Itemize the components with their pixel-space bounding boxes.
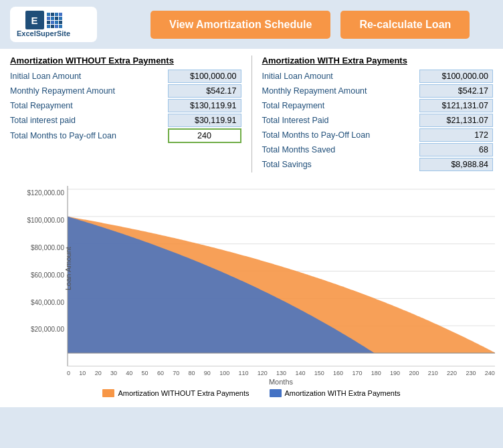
- x-tick-80: 80: [189, 370, 195, 376]
- with-initial-label: Initial Loan Amount: [262, 72, 420, 81]
- without-monthly-row: Monthly Repayment Amount $542.17: [10, 84, 241, 98]
- y-tick-6: $120,000.00: [27, 189, 64, 197]
- with-total-repayment-value: $121,131.07: [419, 99, 493, 112]
- x-tick-10: 10: [79, 370, 86, 376]
- without-monthly-label: Monthly Repayment Amount: [10, 86, 168, 96]
- with-total-repayment-label: Total Repayment: [262, 101, 420, 110]
- x-tick-100: 100: [219, 370, 229, 376]
- tables-row: Amortization WITHOUT Extra Payments Init…: [10, 55, 493, 173]
- with-interest-row: Total Interest Paid $21,131.07: [262, 114, 494, 127]
- without-extra-table: Amortization WITHOUT Extra Payments Init…: [10, 55, 241, 173]
- chart-legend: Amortization WITHOUT Extra Payments Amor…: [13, 389, 490, 397]
- x-tick-190: 190: [390, 370, 400, 376]
- without-total-repayment-row: Total Repayment $130,119.91: [10, 99, 241, 112]
- legend-orange: Amortization WITHOUT Extra Payments: [102, 389, 249, 397]
- y-axis: $120,000.00 $100,000.00 $80,000.00 $60,0…: [13, 186, 67, 366]
- without-initial-label: Initial Loan Amount: [10, 72, 168, 81]
- with-extra-title: Amortization WITH Extra Payments: [262, 55, 494, 66]
- without-monthly-value: $542.17: [168, 84, 241, 98]
- with-initial-row: Initial Loan Amount $100,000.00: [262, 70, 494, 83]
- x-tick-60: 60: [157, 370, 164, 376]
- without-extra-title: Amortization WITHOUT Extra Payments: [10, 55, 241, 66]
- y-tick-4: $80,000.00: [31, 244, 64, 251]
- x-tick-90: 90: [204, 370, 211, 376]
- without-months-label: Total Months to Pay-off Loan: [10, 131, 168, 140]
- with-initial-value: $100,000.00: [419, 70, 493, 83]
- with-total-repayment-row: Total Repayment $121,131.07: [262, 99, 494, 112]
- y-tick-1: $20,000.00: [31, 326, 64, 333]
- with-months-payoff-value: 172: [419, 128, 493, 142]
- x-tick-130: 130: [276, 370, 286, 376]
- with-months-payoff-label: Total Months to Pay-Off Loan: [262, 130, 420, 140]
- x-tick-200: 200: [409, 370, 419, 376]
- with-savings-row: Total Savings $8,988.84: [262, 158, 494, 171]
- without-interest-row: Total interest paid $30,119.91: [10, 114, 241, 127]
- with-interest-label: Total Interest Paid: [262, 116, 420, 125]
- legend-blue-color: [270, 389, 282, 397]
- x-tick-180: 180: [371, 370, 381, 376]
- with-monthly-label: Monthly Repayment Amount: [262, 86, 420, 96]
- logo-pixels: [47, 13, 62, 28]
- y-tick-5: $100,000.00: [27, 217, 64, 224]
- view-amortization-button[interactable]: View Amortization Schedule: [150, 11, 330, 39]
- x-axis-label: Months: [67, 378, 495, 386]
- with-extra-table: Amortization WITH Extra Payments Initial…: [262, 55, 494, 173]
- x-tick-240: 240: [485, 370, 495, 376]
- x-tick-230: 230: [466, 370, 476, 376]
- with-months-saved-value: 68: [419, 143, 493, 156]
- y-axis-label: Loan Amount: [64, 247, 72, 290]
- logo-letter: E: [25, 11, 44, 29]
- x-tick-70: 70: [173, 370, 179, 376]
- chart-svg: [67, 186, 495, 366]
- legend-orange-label: Amortization WITHOUT Extra Payments: [118, 389, 249, 397]
- without-total-repayment-label: Total Repayment: [10, 101, 168, 110]
- x-tick-0: 0: [67, 370, 70, 376]
- without-total-repayment-value: $130,119.91: [168, 99, 241, 112]
- x-tick-50: 50: [142, 370, 148, 376]
- x-tick-210: 210: [428, 370, 438, 376]
- x-tick-140: 140: [295, 370, 305, 376]
- y-tick-2: $40,000.00: [31, 299, 64, 306]
- content: Amortization WITHOUT Extra Payments Init…: [0, 49, 503, 407]
- legend-blue-label: Amortization WITH Extra Payments: [285, 389, 401, 397]
- with-interest-value: $21,131.07: [419, 114, 493, 127]
- without-interest-value: $30,119.91: [168, 114, 241, 127]
- y-tick-3: $60,000.00: [31, 271, 64, 279]
- with-savings-label: Total Savings: [262, 160, 420, 169]
- legend-blue: Amortization WITH Extra Payments: [270, 389, 401, 397]
- header: E ExcelSuperSite View Amortization Sched…: [0, 0, 503, 49]
- without-interest-label: Total interest paid: [10, 116, 168, 125]
- with-savings-value: $8,988.84: [419, 158, 493, 171]
- chart-wrapper: $120,000.00 $100,000.00 $80,000.00 $60,0…: [13, 186, 490, 386]
- without-initial-row: Initial Loan Amount $100,000.00: [10, 70, 241, 83]
- x-tick-120: 120: [258, 370, 268, 376]
- with-monthly-row: Monthly Repayment Amount $542.17: [262, 84, 494, 98]
- x-tick-110: 110: [238, 370, 248, 376]
- header-buttons: View Amortization Schedule Re-calculate …: [150, 11, 470, 39]
- x-tick-30: 30: [110, 370, 117, 376]
- x-axis-ticks: 0 10 20 30 40 50 60 70 80 90 100 110 120…: [67, 370, 495, 376]
- chart-container: $120,000.00 $100,000.00 $80,000.00 $60,0…: [10, 179, 493, 401]
- table-divider: [252, 55, 252, 173]
- without-months-row: Total Months to Pay-off Loan 240: [10, 128, 241, 143]
- with-months-saved-row: Total Months Saved 68: [262, 143, 494, 156]
- chart-svg-container: Loan Amount 0 10 20 30 40 50 60 70 80 90…: [67, 186, 495, 386]
- x-tick-150: 150: [314, 370, 324, 376]
- with-months-payoff-row: Total Months to Pay-Off Loan 172: [262, 128, 494, 142]
- without-initial-value: $100,000.00: [168, 70, 241, 83]
- x-tick-220: 220: [447, 370, 457, 376]
- without-months-value: 240: [168, 128, 241, 143]
- logo-text: ExcelSuperSite: [17, 29, 70, 38]
- x-tick-40: 40: [126, 370, 132, 376]
- x-tick-20: 20: [95, 370, 102, 376]
- legend-orange-color: [102, 389, 114, 397]
- with-months-saved-label: Total Months Saved: [262, 145, 420, 154]
- logo: E ExcelSuperSite: [10, 7, 97, 42]
- with-monthly-value: $542.17: [419, 84, 493, 98]
- x-tick-160: 160: [333, 370, 343, 376]
- x-tick-170: 170: [352, 370, 362, 376]
- recalculate-button[interactable]: Re-calculate Loan: [340, 11, 470, 39]
